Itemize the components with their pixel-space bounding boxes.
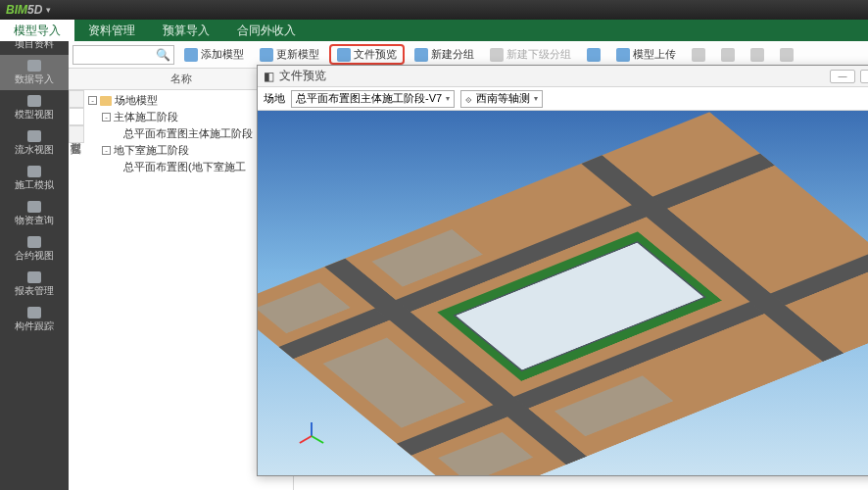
vtab-site[interactable]: 场地模型 bbox=[69, 108, 84, 125]
toolbar-icon-2[interactable] bbox=[686, 46, 711, 64]
doc-icon bbox=[27, 236, 41, 248]
search-input[interactable]: 🔍 bbox=[72, 45, 174, 65]
preview-toolbar: 场地 总平面布置图主体施工阶段-V7▾ ⟐西南等轴测▾ bbox=[258, 87, 868, 111]
sidebar-contract-view[interactable]: 合约视图 bbox=[0, 231, 69, 267]
toolbar-icon-1[interactable] bbox=[581, 46, 606, 64]
add-model-button[interactable]: 添加模型 bbox=[178, 45, 250, 64]
collapse-icon[interactable]: - bbox=[102, 146, 111, 155]
sidebar-data-import[interactable]: 数据导入 bbox=[0, 55, 69, 90]
minimize-button[interactable]: — bbox=[830, 70, 855, 83]
sidebar: 项目资料 数据导入 模型视图 流水视图 施工模拟 物资查询 合约视图 报表管理 … bbox=[0, 41, 69, 490]
search-icon: 🔍 bbox=[156, 48, 170, 62]
misc-icon bbox=[692, 48, 705, 62]
refresh-model-button[interactable]: 更新模型 bbox=[254, 45, 325, 64]
cube-icon: ◧ bbox=[264, 70, 274, 83]
upload-icon bbox=[616, 48, 630, 62]
chevron-down-icon: ▾ bbox=[534, 94, 538, 103]
preview-3d-viewport[interactable] bbox=[258, 111, 868, 475]
file-preview-window: ◧ 文件预览 — ▣ ✕ 场地 总平面布置图主体施工阶段-V7▾ ⟐西南等轴测▾ bbox=[257, 65, 868, 476]
sidebar-report[interactable]: 报表管理 bbox=[0, 267, 69, 302]
folder-icon bbox=[100, 96, 112, 106]
sidebar-project-data[interactable]: 项目资料 bbox=[0, 41, 69, 55]
add-icon bbox=[184, 48, 198, 62]
menu-budget-import[interactable]: 预算导入 bbox=[149, 20, 223, 41]
collapse-icon[interactable]: - bbox=[88, 96, 97, 105]
left-vertical-tabs: 实体模型 场地模型 其它模型 bbox=[69, 90, 84, 490]
sidebar-flow-view[interactable]: 流水视图 bbox=[0, 125, 69, 161]
file-preview-button[interactable]: 文件预览 bbox=[329, 44, 405, 65]
chevron-down-icon: ▾ bbox=[446, 94, 450, 103]
site-select[interactable]: 总平面布置图主体施工阶段-V7▾ bbox=[291, 90, 455, 108]
group-icon bbox=[414, 48, 428, 62]
compass-icon: ⟐ bbox=[465, 93, 472, 105]
menu-contract[interactable]: 合同外收入 bbox=[223, 20, 310, 41]
site-label: 场地 bbox=[264, 91, 285, 106]
toolbar-icon-5[interactable] bbox=[774, 46, 799, 64]
preview-titlebar[interactable]: ◧ 文件预览 — ▣ ✕ bbox=[258, 66, 868, 87]
collapse-icon[interactable]: - bbox=[102, 113, 111, 122]
menu-model-import[interactable]: 模型导入 bbox=[0, 20, 74, 41]
subgroup-icon bbox=[490, 48, 504, 62]
app-logo: BIM5D bbox=[6, 3, 42, 17]
vtab-entity[interactable]: 实体模型 bbox=[69, 90, 84, 108]
sidebar-simulate[interactable]: 施工模拟 bbox=[0, 161, 69, 196]
flow-icon bbox=[27, 130, 41, 142]
model-upload-button[interactable]: 模型上传 bbox=[610, 45, 682, 64]
preview-title: 文件预览 bbox=[279, 68, 326, 84]
list-icon bbox=[27, 201, 41, 213]
misc-icon bbox=[721, 48, 735, 62]
vtab-other[interactable]: 其它模型 bbox=[69, 125, 84, 143]
chart-icon bbox=[27, 271, 41, 283]
save-icon bbox=[587, 48, 601, 62]
maximize-button[interactable]: ▣ bbox=[860, 70, 868, 83]
chevron-down-icon[interactable]: ▾ bbox=[46, 5, 51, 15]
play-icon bbox=[27, 166, 41, 177]
import-icon bbox=[27, 60, 41, 72]
new-subgroup-button[interactable]: 新建下级分组 bbox=[484, 45, 577, 64]
track-icon bbox=[27, 307, 41, 318]
axis-gizmo bbox=[299, 424, 326, 452]
misc-icon bbox=[780, 48, 794, 62]
sidebar-track[interactable]: 构件跟踪 bbox=[0, 302, 69, 337]
title-bar: BIM5D ▾ bbox=[0, 0, 868, 20]
menu-bar: 模型导入 资料管理 预算导入 合同外收入 bbox=[0, 20, 868, 41]
view-select[interactable]: ⟐西南等轴测▾ bbox=[460, 90, 543, 108]
refresh-icon bbox=[260, 48, 273, 62]
new-group-button[interactable]: 新建分组 bbox=[409, 45, 480, 64]
toolbar-icon-4[interactable] bbox=[745, 46, 770, 64]
toolbar-icon-3[interactable] bbox=[715, 46, 741, 64]
preview-icon bbox=[337, 48, 351, 62]
menu-data-manage[interactable]: 资料管理 bbox=[74, 20, 149, 41]
sidebar-material[interactable]: 物资查询 bbox=[0, 196, 69, 231]
cube-icon bbox=[27, 95, 41, 107]
sidebar-model-view[interactable]: 模型视图 bbox=[0, 90, 69, 125]
misc-icon bbox=[750, 48, 764, 62]
